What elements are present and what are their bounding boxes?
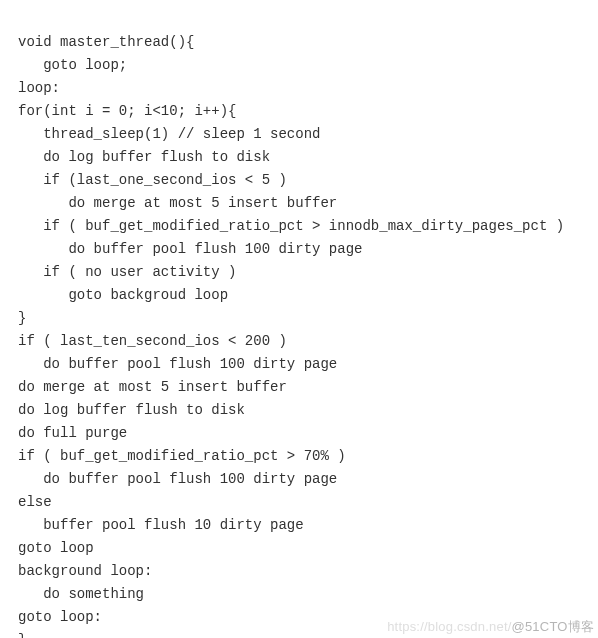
code-line: loop: bbox=[18, 80, 60, 96]
code-line: goto loop bbox=[18, 540, 94, 556]
code-line: } bbox=[18, 310, 26, 326]
code-line: if ( buf_get_modified_ratio_pct > innodb… bbox=[18, 218, 564, 234]
code-line: else bbox=[18, 494, 52, 510]
code-block: void master_thread(){ goto loop; loop: f… bbox=[0, 0, 598, 638]
code-line: if ( no user activity ) bbox=[18, 264, 236, 280]
code-line: do buffer pool flush 100 dirty page bbox=[18, 241, 362, 257]
code-line: do log buffer flush to disk bbox=[18, 402, 245, 418]
code-line: thread_sleep(1) // sleep 1 second bbox=[18, 126, 320, 142]
code-line: do merge at most 5 insert buffer bbox=[18, 195, 337, 211]
code-line: do full purge bbox=[18, 425, 127, 441]
code-line: do log buffer flush to disk bbox=[18, 149, 270, 165]
code-line: do merge at most 5 insert buffer bbox=[18, 379, 287, 395]
code-line: buffer pool flush 10 dirty page bbox=[18, 517, 304, 533]
code-line: goto loop: bbox=[18, 609, 102, 625]
code-line: for(int i = 0; i<10; i++){ bbox=[18, 103, 236, 119]
code-line: if ( last_ten_second_ios < 200 ) bbox=[18, 333, 287, 349]
code-line: goto loop; bbox=[18, 57, 127, 73]
code-line: do buffer pool flush 100 dirty page bbox=[18, 471, 337, 487]
code-line: if (last_one_second_ios < 5 ) bbox=[18, 172, 287, 188]
code-line: void master_thread(){ bbox=[18, 34, 194, 50]
code-line: } bbox=[18, 632, 26, 638]
code-line: if ( buf_get_modified_ratio_pct > 70% ) bbox=[18, 448, 346, 464]
code-line: goto backgroud loop bbox=[18, 287, 228, 303]
code-line: background loop: bbox=[18, 563, 152, 579]
code-line: do something bbox=[18, 586, 144, 602]
code-line: do buffer pool flush 100 dirty page bbox=[18, 356, 337, 372]
